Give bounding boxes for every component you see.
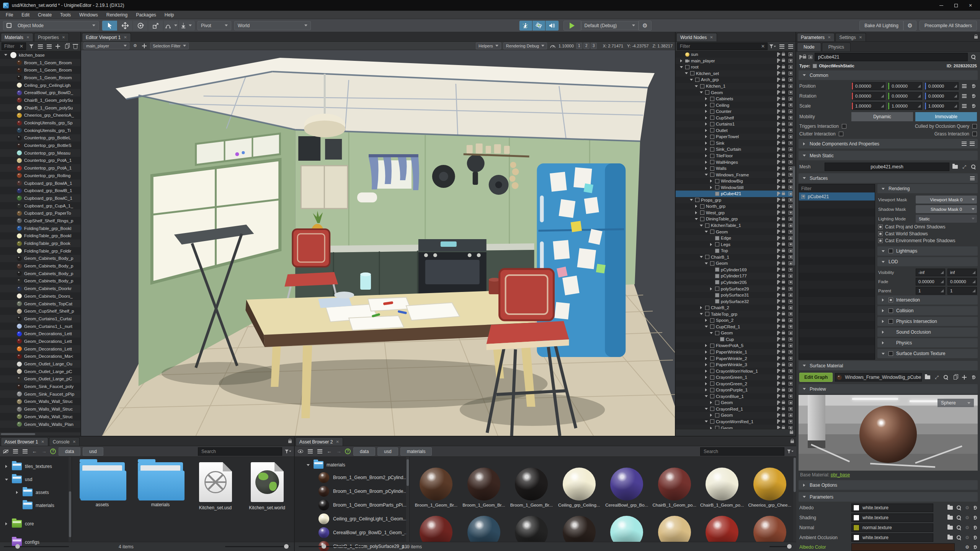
tab-asset-browser-2[interactable]: Asset Browser 2✕ bbox=[296, 437, 343, 446]
tab-parameters[interactable]: Parameters✕ bbox=[797, 33, 835, 41]
section-surfaces[interactable]: Surfaces bbox=[799, 173, 978, 183]
tree-node-row[interactable]: FlowerPotA_5 bbox=[676, 342, 795, 349]
tree-node-row[interactable]: Legs bbox=[676, 241, 795, 248]
flag-icon[interactable] bbox=[777, 230, 778, 234]
surfaces-filter-input[interactable]: Filter bbox=[799, 184, 875, 192]
tree-node-row[interactable]: PaperWrinkle_2 bbox=[676, 355, 795, 362]
material-preview[interactable]: Sphere bbox=[799, 395, 978, 471]
expand-all-icon[interactable] bbox=[787, 43, 794, 50]
material-row[interactable]: CookingUtensils_grp_Sp bbox=[0, 119, 80, 127]
mobility-dynamic-button[interactable]: Dynamic bbox=[851, 112, 913, 121]
enabled-checkbox[interactable] bbox=[789, 300, 792, 303]
expand-arrow-icon[interactable] bbox=[694, 217, 699, 222]
lock-icon[interactable] bbox=[782, 300, 785, 302]
lock-icon[interactable] bbox=[782, 78, 785, 81]
bake-all-lighting-button[interactable]: Bake All Lighting bbox=[859, 21, 903, 31]
expand-arrow-icon[interactable] bbox=[709, 248, 714, 253]
search-icon[interactable] bbox=[957, 505, 961, 510]
tree-node-row[interactable]: pCube421 bbox=[676, 191, 795, 197]
lock-icon[interactable] bbox=[288, 440, 292, 443]
lock-icon[interactable] bbox=[782, 161, 785, 163]
flag-icon[interactable] bbox=[777, 78, 778, 82]
breadcrumb-button[interactable]: data bbox=[353, 447, 375, 456]
enabled-checkbox[interactable] bbox=[789, 420, 792, 424]
material-row[interactable]: Geom_Cabinets_Body_p bbox=[0, 262, 80, 270]
speed-preset-button[interactable]: 1 bbox=[576, 43, 582, 49]
nodes-filter-input[interactable]: Filter✕ bbox=[677, 42, 768, 50]
flag-icon[interactable] bbox=[777, 287, 778, 291]
lock-icon[interactable] bbox=[782, 212, 785, 214]
split-slider[interactable] bbox=[769, 546, 792, 547]
search-icon[interactable] bbox=[942, 374, 949, 381]
material-asset-row[interactable]: Broom_1_Geom_Broom2_pCylind... bbox=[295, 471, 409, 484]
flag-icon[interactable] bbox=[777, 306, 778, 310]
material-row[interactable]: Broom_1_Geom_Broom bbox=[0, 74, 80, 82]
tree-node-row[interactable]: PaperWrinkle_3 bbox=[676, 362, 795, 368]
material-row[interactable]: CupShelf_Shelf_Rings_p bbox=[0, 217, 80, 225]
tab-editor-viewport[interactable]: Editor Viewport 1✕ bbox=[82, 33, 131, 41]
material-row[interactable]: ChairB_1_Geom_polySu bbox=[0, 104, 80, 112]
material-row[interactable]: Geom_CupShelf_Shelf_p bbox=[0, 307, 80, 315]
split-slider[interactable] bbox=[225, 546, 290, 547]
material-row[interactable]: Geom_Decorations_Lett bbox=[0, 330, 80, 337]
material-row[interactable]: Cupboard_grp_BowlB_1 bbox=[0, 187, 80, 194]
material-thumbnail[interactable]: ChairB_1_Geom_po... bbox=[652, 460, 697, 507]
flag-icon[interactable] bbox=[777, 90, 778, 95]
enabled-checkbox[interactable] bbox=[789, 401, 792, 404]
enabled-checkbox[interactable] bbox=[789, 116, 792, 120]
material-row[interactable]: CerealBowl_grp_BowlD_ bbox=[0, 89, 80, 96]
lock-icon[interactable] bbox=[790, 431, 793, 434]
material-row[interactable]: FoldingTable_grp_Foldir bbox=[0, 247, 80, 255]
folder-tree-item[interactable]: tiles_textures bbox=[0, 460, 72, 473]
material-thumbnail[interactable]: ChairB_1_Geom_po... bbox=[699, 460, 745, 507]
lock-icon[interactable] bbox=[782, 249, 785, 252]
enabled-checkbox[interactable] bbox=[789, 223, 792, 227]
lock-icon[interactable] bbox=[782, 395, 785, 398]
flag-icon[interactable] bbox=[777, 407, 778, 411]
lock-icon[interactable] bbox=[782, 167, 785, 170]
lock-icon[interactable] bbox=[782, 192, 785, 195]
reset-icon[interactable] bbox=[973, 536, 977, 540]
sound-toggle-button[interactable] bbox=[546, 21, 559, 31]
material-row[interactable]: Geom_Sink_Faucet_poly bbox=[0, 383, 80, 390]
enabled-checkbox[interactable] bbox=[789, 312, 792, 316]
materials-filter-input[interactable]: Filter✕ bbox=[2, 42, 26, 50]
flag-icon[interactable] bbox=[777, 394, 778, 398]
tree-node-row[interactable]: TileFloor bbox=[676, 153, 795, 159]
tree-node-row[interactable]: Curtains1 bbox=[676, 121, 795, 127]
lock-icon[interactable] bbox=[782, 376, 785, 378]
section-rendering[interactable]: Rendering bbox=[877, 184, 978, 193]
folder-icon[interactable] bbox=[924, 374, 931, 381]
material-row[interactable]: Geom_Curtains1_L_nurt bbox=[0, 323, 80, 330]
texture-input[interactable]: white.texture bbox=[851, 514, 933, 522]
folder-icon[interactable] bbox=[947, 526, 953, 530]
material-row[interactable]: Geom_Curtains1_Curtai bbox=[0, 315, 80, 323]
flag-icon[interactable] bbox=[777, 331, 778, 335]
minimize-button[interactable] bbox=[935, 2, 948, 9]
reset-icon[interactable] bbox=[970, 374, 977, 381]
flag-icon[interactable] bbox=[777, 217, 778, 221]
enabled-checkbox[interactable] bbox=[789, 65, 792, 69]
texture-input[interactable]: normal.texture bbox=[851, 523, 933, 532]
flag-icon[interactable] bbox=[777, 223, 778, 228]
expand-arrow-icon[interactable] bbox=[704, 349, 709, 354]
grass-interaction-checkbox[interactable]: Grass Interaction bbox=[934, 131, 977, 137]
lock-icon[interactable] bbox=[782, 294, 785, 296]
triggers-interaction-checkbox[interactable]: Triggers Interaction bbox=[799, 124, 846, 129]
surface-material-input[interactable]: Windows_Frame_WindowBig_pCube338 bbox=[835, 373, 922, 381]
basis-dropdown[interactable]: World bbox=[234, 21, 311, 30]
folder-icon[interactable] bbox=[947, 536, 953, 540]
tree-node-row[interactable]: Geom bbox=[676, 260, 795, 267]
section-lightmaps[interactable]: Lightmaps bbox=[877, 246, 978, 256]
flag-icon[interactable] bbox=[777, 65, 778, 69]
enabled-checkbox[interactable] bbox=[789, 331, 792, 335]
expand-arrow-icon[interactable] bbox=[684, 71, 689, 76]
scale-z-input[interactable]: 1.00000 bbox=[924, 102, 959, 110]
lock-icon[interactable] bbox=[782, 123, 785, 125]
material-thumbnail[interactable]: Broom_1_Geom_Br... bbox=[413, 460, 459, 507]
lock-icon[interactable] bbox=[782, 408, 785, 410]
enabled-checkbox[interactable] bbox=[789, 91, 792, 95]
section-lod[interactable]: LOD bbox=[877, 257, 978, 266]
edit-graph-button[interactable]: Edit Graph bbox=[799, 373, 833, 382]
flag-icon[interactable] bbox=[777, 381, 778, 386]
